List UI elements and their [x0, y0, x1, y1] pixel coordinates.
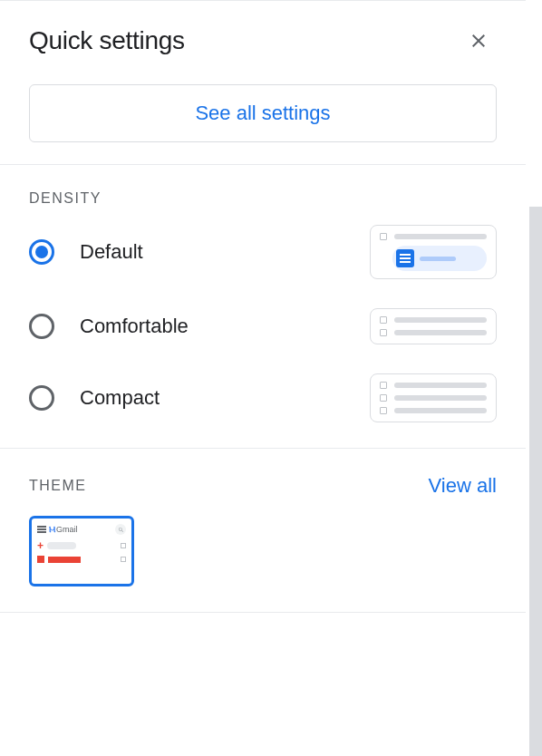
plus-icon: +	[37, 540, 44, 551]
theme-section: Theme View all Ⲙ Gmail +	[0, 449, 526, 612]
theme-thumbnail-default[interactable]: Ⲙ Gmail +	[29, 516, 134, 586]
density-option-default[interactable]: Default	[29, 225, 497, 279]
density-option-comfortable[interactable]: Comfortable	[29, 308, 497, 344]
radio-comfortable[interactable]	[29, 314, 54, 339]
search-icon	[115, 524, 126, 535]
radio-label-default: Default	[80, 240, 143, 264]
panel-title: Quick settings	[29, 26, 185, 55]
scrollbar[interactable]	[529, 207, 542, 756]
gmail-logo: Ⲙ Gmail	[49, 525, 78, 535]
density-section: Density Default Comfortable	[0, 165, 526, 448]
theme-section-title: Theme	[29, 478, 87, 494]
density-preview-default	[370, 225, 497, 279]
document-icon	[396, 249, 414, 267]
close-button[interactable]	[460, 23, 497, 59]
close-icon	[468, 30, 489, 52]
radio-label-compact: Compact	[80, 386, 160, 410]
radio-default[interactable]	[29, 239, 54, 265]
theme-view-all-link[interactable]: View all	[429, 474, 497, 498]
density-preview-compact	[370, 373, 497, 422]
density-option-compact[interactable]: Compact	[29, 373, 497, 422]
quick-settings-panel: Quick settings See all settings Density …	[0, 0, 526, 756]
radio-label-comfortable: Comfortable	[80, 315, 189, 338]
see-all-settings-button[interactable]: See all settings	[29, 84, 497, 142]
density-preview-comfortable	[370, 308, 497, 344]
divider	[0, 612, 526, 613]
density-section-title: Density	[29, 190, 102, 207]
panel-header: Quick settings	[0, 1, 526, 59]
hamburger-icon	[37, 526, 46, 533]
radio-compact[interactable]	[29, 385, 54, 411]
